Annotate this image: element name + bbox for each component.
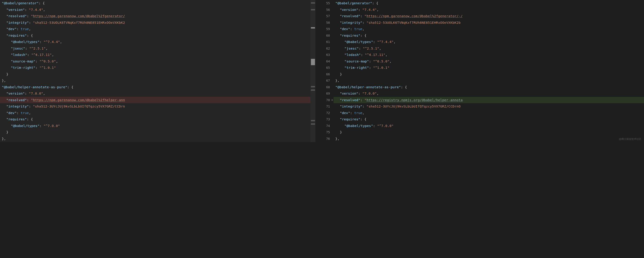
code-line[interactable]: "jsesc": "^2.5.1", [0, 45, 310, 52]
code-line[interactable]: "trim-right": "^1.0.1" [0, 64, 310, 71]
code-line[interactable]: "lodash": "^4.17.11", [0, 52, 310, 58]
code-line[interactable]: }, [334, 136, 644, 142]
line-number[interactable]: 75 [316, 129, 334, 136]
overview-ruler[interactable] [310, 0, 316, 142]
line-number[interactable]: 76 [316, 136, 334, 142]
code-line[interactable]: "requires": { [334, 32, 644, 39]
line-number[interactable]: 74 [316, 123, 334, 129]
code-line[interactable]: "resolved": "https://npm.garenanow.com/@… [0, 13, 310, 19]
json-value: ^4.17.11 [33, 53, 50, 57]
code-line[interactable]: "@babel/types": "^7.0.0" [0, 123, 310, 129]
line-number[interactable]: 60 [316, 32, 334, 39]
ruler-mark [311, 2, 315, 3]
json-key: dev [342, 111, 348, 115]
code-line[interactable]: "@babel/types": "^7.4.4", [0, 39, 310, 45]
diff-add-icon: + [331, 98, 333, 102]
line-number[interactable]: 57 [316, 13, 334, 19]
json-value: 7.4.4 [364, 8, 374, 11]
json-bool: true [354, 27, 362, 31]
code-line[interactable]: "integrity": "sha512-3UYcJUj9kvSLbLbUIfQ… [0, 103, 310, 110]
json-key: @babel/types [13, 40, 38, 44]
json-url[interactable]: https://registry.npmjs.org/@babel/helper… [366, 98, 462, 102]
code-line[interactable]: }, [0, 136, 310, 142]
code-left: "@babel/generator": { "version": "7.4.4"… [0, 0, 310, 142]
code-line[interactable]: } [334, 71, 644, 78]
line-number[interactable]: 58 [316, 19, 334, 26]
code-line[interactable]: "requires": { [334, 116, 644, 123]
code-line-deleted[interactable]: "resolved": "https://npm.garenanow.com/@… [0, 97, 310, 103]
code-line[interactable]: "version": "7.0.0", [334, 90, 644, 97]
json-key: resolved [342, 14, 358, 18]
line-number[interactable]: 55 [316, 0, 334, 6]
code-line[interactable]: "@babel/generator": { [334, 0, 644, 6]
code-line[interactable]: "dev": true, [334, 26, 644, 32]
code-line[interactable]: } [334, 129, 644, 136]
line-number[interactable]: 69 [316, 90, 334, 97]
line-number[interactable]: 67 [316, 77, 334, 84]
diff-view: "@babel/generator": { "version": "7.4.4"… [0, 0, 644, 142]
code-line[interactable]: } [0, 71, 310, 78]
code-line[interactable]: "@babel/helper-annotate-as-pure": { [0, 84, 310, 90]
code-line[interactable]: "version": "7.4.4", [0, 6, 310, 13]
code-line[interactable]: "version": "7.4.4", [334, 6, 644, 13]
code-line[interactable]: "integrity": "sha512-53UOLK6TVNqKxf7RUh8… [0, 19, 310, 26]
json-value: 7.4.4 [31, 8, 41, 11]
ruler-mark [311, 59, 315, 65]
code-line[interactable]: "jsesc": "^2.5.1", [334, 45, 644, 52]
code-line[interactable]: "integrity": "sha512-53UOLK6TVNqKxf7RUh8… [334, 19, 644, 26]
code-line[interactable]: "@babel/helper-annotate-as-pure": { [334, 84, 644, 90]
line-number[interactable]: 72 [316, 110, 334, 116]
code-line[interactable]: "dev": true, [0, 26, 310, 32]
code-line[interactable]: }, [334, 77, 644, 84]
code-line[interactable]: "version": "7.0.0", [0, 90, 310, 97]
code-line[interactable]: "integrity": "sha512-3UYcJUj9kvSLbLbUIfQ… [334, 103, 644, 110]
line-number[interactable]: 68 [316, 84, 334, 90]
line-number[interactable]: 65 [316, 64, 334, 71]
code-line[interactable]: }, [0, 77, 310, 84]
code-line[interactable]: "@babel/types": "^7.0.0" [334, 123, 644, 129]
json-key: integrity [342, 21, 360, 24]
line-number[interactable]: 61 [316, 39, 334, 45]
line-number[interactable]: 66 [316, 71, 334, 78]
json-url[interactable]: https://npm.garenanow.com/@babel%2fgener… [366, 14, 462, 18]
code-line[interactable]: "dev": true, [0, 110, 310, 116]
json-url[interactable]: https://npm.garenanow.com/@babel%2fgener… [33, 14, 125, 18]
code-line[interactable]: "@babel/types": "^7.4.4", [334, 39, 644, 45]
code-line-added[interactable]: "resolved": "https://registry.npmjs.org/… [334, 97, 644, 103]
json-key: version [342, 8, 356, 11]
json-key: requires [342, 34, 358, 37]
line-number-modified[interactable]: 70+ [316, 97, 334, 103]
json-key: @babel/generator [4, 1, 36, 5]
json-key: dev [8, 27, 14, 31]
ruler-mark [311, 86, 315, 87]
ruler-mark [311, 9, 315, 10]
code-line[interactable]: "resolved": "https://npm.garenanow.com/@… [334, 13, 644, 19]
line-number[interactable]: 62 [316, 45, 334, 52]
code-line[interactable]: "source-map": "^0.5.0", [334, 58, 644, 65]
code-line[interactable]: "requires": { [0, 32, 310, 39]
code-line[interactable]: "lodash": "^4.17.11", [334, 52, 644, 58]
json-key: requires [8, 34, 25, 37]
code-line[interactable]: "@babel/generator": { [0, 0, 310, 6]
line-number[interactable]: 63 [316, 52, 334, 58]
code-line[interactable]: "trim-right": "^1.0.1" [334, 64, 644, 71]
json-key: trim-right [346, 66, 367, 69]
ruler-mark [311, 27, 315, 28]
line-number[interactable]: 64 [316, 58, 334, 65]
diff-left-pane[interactable]: "@babel/generator": { "version": "7.4.4"… [0, 0, 310, 142]
line-number[interactable]: 56 [316, 6, 334, 13]
diff-right-pane[interactable]: "@babel/generator": { "version": "7.4.4"… [334, 0, 644, 142]
json-key: requires [342, 117, 358, 121]
code-line[interactable]: "dev": true, [334, 110, 644, 116]
ruler-mark [311, 123, 315, 125]
json-value: sha512-53UOLK6TVNqKxf7RUh8NE851EHRxOOeVX… [35, 21, 125, 24]
code-line[interactable]: } [0, 129, 310, 136]
line-number[interactable]: 73 [316, 116, 334, 123]
code-line[interactable]: "source-map": "^0.5.0", [0, 58, 310, 65]
line-number[interactable]: 59 [316, 26, 334, 32]
json-key: integrity [342, 105, 360, 108]
code-line[interactable]: "requires": { [0, 116, 310, 123]
json-url[interactable]: https://npm.garenanow.com/@babel%2fhelpe… [33, 98, 125, 102]
json-key: version [342, 92, 356, 95]
line-number[interactable]: 71 [316, 103, 334, 110]
